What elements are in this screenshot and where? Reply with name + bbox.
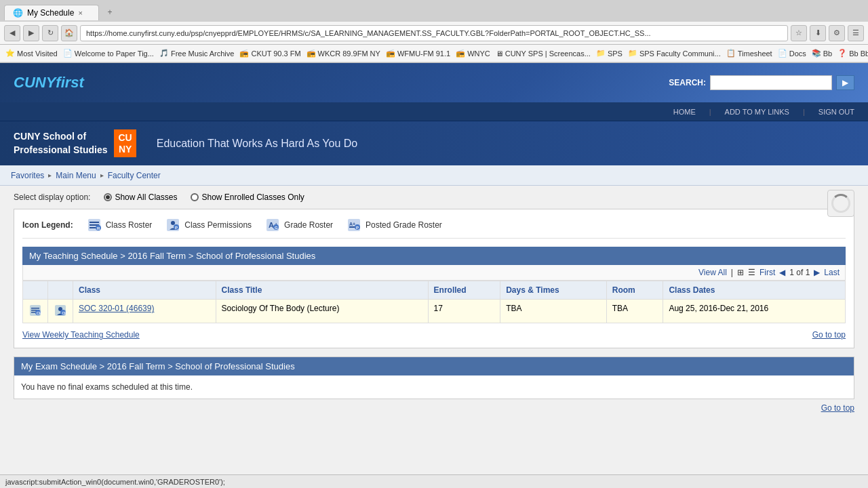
posted-grade-roster-legend-icon: A+ P	[347, 218, 361, 232]
add-to-my-links-nav-item[interactable]: ADD TO MY LINKS	[725, 105, 789, 118]
main-content: Select display option: Show All Classes …	[0, 186, 868, 488]
bookmark-bb-help[interactable]: ❓ Bb Bb Help	[837, 49, 868, 58]
legend-posted-grade-roster: A+ P Posted Grade Roster	[347, 218, 442, 232]
bookmark-bb[interactable]: 📚 Bb	[812, 49, 832, 58]
legend-class-roster: R Class Roster	[87, 218, 153, 232]
table-row: CR CP	[23, 300, 846, 323]
breadcrumb-favorites[interactable]: Favorites	[11, 171, 44, 180]
reload-button[interactable]: ↻	[42, 25, 58, 41]
row-enrolled: 17	[428, 300, 500, 323]
class-permissions-legend-icon: P	[165, 218, 180, 232]
permissions-icon[interactable]: CP	[54, 304, 67, 317]
back-button[interactable]: ◀	[4, 25, 20, 41]
show-all-classes-option[interactable]: Show All Classes	[104, 192, 177, 202]
show-all-label: Show All Classes	[115, 192, 177, 202]
bookmark-sps[interactable]: 📁 SPS	[596, 49, 623, 58]
class-link[interactable]: SOC 320-01 (46639)	[79, 304, 154, 313]
cuny-banner: CUNY School of Professional Studies CU N…	[0, 121, 868, 165]
bookmark-wkcr[interactable]: 📻 WKCR 89.9FM NY	[307, 49, 380, 58]
svg-text:CR: CR	[37, 311, 41, 315]
breadcrumb: Favorites ▸ Main Menu ▸ Faculty Center	[0, 165, 868, 186]
breadcrumb-main-menu[interactable]: Main Menu	[56, 171, 96, 180]
show-enrolled-option[interactable]: Show Enrolled Classes Only	[191, 192, 304, 202]
school-name-line1: CUNY School of	[14, 130, 107, 144]
exam-links-section: Go to top	[14, 403, 854, 413]
col-icon1	[23, 281, 48, 300]
breadcrumb-faculty-center[interactable]: Faculty Center	[108, 171, 161, 180]
bookmark-timesheet[interactable]: 📋 Timesheet	[726, 49, 772, 58]
bookmark-ckut[interactable]: 📻 CKUT 90.3 FM	[239, 49, 300, 58]
icon-legend-label: Icon Legend:	[22, 220, 73, 230]
row-room: TBA	[606, 300, 663, 323]
close-tab-button[interactable]: ×	[78, 9, 82, 17]
teaching-schedule-header: My Teaching Schedule > 2016 Fall Term > …	[22, 247, 846, 265]
home-nav-item[interactable]: HOME	[673, 105, 696, 118]
teaching-go-to-top-link[interactable]: Go to top	[812, 330, 846, 340]
exam-schedule-body: You have no final exams scheduled at thi…	[14, 375, 854, 399]
svg-text:P: P	[175, 226, 178, 230]
loading-spinner	[831, 194, 850, 213]
bookmark-cuny-sps[interactable]: 🖥 CUNY SPS | Screencas...	[496, 49, 591, 58]
tab-title: My Schedule	[27, 8, 74, 18]
bookmark-wnyc[interactable]: 📻 WNYC	[456, 49, 490, 58]
status-bar-text: javascript:submitAction_win0(document.wi…	[5, 478, 225, 486]
row-icon-permissions[interactable]: CP	[48, 300, 73, 323]
show-enrolled-label: Show Enrolled Classes Only	[201, 192, 304, 202]
display-options: Select display option: Show All Classes …	[14, 192, 854, 202]
extensions-button[interactable]: ⚙	[829, 25, 845, 41]
banner-slogan: Education That Works As Hard As You Do	[157, 138, 357, 150]
list-view-icon[interactable]: ☰	[748, 268, 755, 277]
tab-favicon: 🌐	[13, 8, 23, 18]
view-all-link[interactable]: View All	[698, 268, 727, 277]
bookmark-welcome[interactable]: 📄 Welcome to Paper Tig...	[63, 49, 154, 58]
menu-button[interactable]: ☰	[848, 25, 864, 41]
show-all-radio[interactable]	[104, 193, 112, 201]
svg-rect-1	[90, 222, 99, 223]
row-icon-roster[interactable]: CR	[23, 300, 48, 323]
row-class-link[interactable]: SOC 320-01 (46639)	[73, 300, 216, 323]
prev-page-icon[interactable]: ◀	[779, 268, 785, 277]
active-tab[interactable]: 🌐 My Schedule ×	[4, 5, 99, 20]
table-pipe-sep: |	[731, 268, 733, 277]
forward-button[interactable]: ▶	[23, 25, 39, 41]
roster-icon[interactable]: CR	[28, 304, 42, 317]
col-class-title: Class Title	[216, 281, 428, 300]
exam-schedule-header: My Exam Schedule > 2016 Fall Term > Scho…	[14, 357, 854, 375]
posted-grade-roster-legend-label: Posted Grade Roster	[366, 220, 442, 230]
display-options-label: Select display option:	[14, 192, 90, 202]
bookmark-star-button[interactable]: ☆	[791, 25, 807, 41]
bookmark-sps-faculty[interactable]: 📁 SPS Faculty Communi...	[628, 49, 721, 58]
exam-go-to-top-link[interactable]: Go to top	[821, 403, 854, 413]
last-page-label[interactable]: Last	[824, 268, 840, 277]
svg-rect-20	[31, 308, 39, 309]
bookmark-free-music[interactable]: 🎵 Free Music Archive	[159, 49, 235, 58]
exam-container: My Exam Schedule > 2016 Fall Term > Scho…	[14, 357, 854, 399]
sign-out-nav-item[interactable]: SIGN OUT	[818, 105, 854, 118]
new-tab-button[interactable]: +	[102, 4, 118, 20]
home-nav-button[interactable]: 🏠	[61, 25, 77, 41]
next-page-icon[interactable]: ▶	[814, 268, 820, 277]
svg-text:P: P	[356, 226, 359, 230]
first-page-label[interactable]: First	[760, 268, 775, 277]
show-enrolled-radio[interactable]	[191, 193, 199, 201]
download-button[interactable]: ⬇	[810, 25, 826, 41]
grade-roster-legend-icon: A+ G	[265, 218, 280, 232]
bookmark-wfmu[interactable]: 📻 WFMU-FM 91.1	[386, 49, 450, 58]
school-name-line2: Professional Studies	[14, 144, 107, 157]
svg-point-7	[171, 221, 175, 225]
view-weekly-teaching-schedule-link[interactable]: View Weekly Teaching Schedule	[22, 330, 140, 340]
row-class-dates: Aug 25, 2016-Dec 21, 2016	[663, 300, 846, 323]
row-class-title: Sociology Of The Body (Lecture)	[216, 300, 428, 323]
icon-legend: Icon Legend: R Class Roster	[22, 218, 846, 239]
school-logo: CUNY School of Professional Studies CU N…	[14, 129, 357, 158]
url-bar[interactable]	[80, 25, 788, 41]
browser-nav-icons: ☆ ⬇ ⚙ ☰	[791, 25, 864, 41]
col-enrolled: Enrolled	[428, 281, 500, 300]
bookmark-docs[interactable]: 📄 Docs	[778, 49, 806, 58]
search-input[interactable]	[710, 75, 832, 90]
bookmark-most-visited[interactable]: ⭐ Most Visited	[5, 49, 58, 58]
search-button[interactable]: ▶	[836, 75, 854, 90]
table-header-row: Class Class Title Enrolled Days & Times …	[23, 281, 846, 300]
grid-view-icon[interactable]: ⊞	[737, 268, 744, 277]
class-roster-legend-label: Class Roster	[106, 220, 153, 230]
